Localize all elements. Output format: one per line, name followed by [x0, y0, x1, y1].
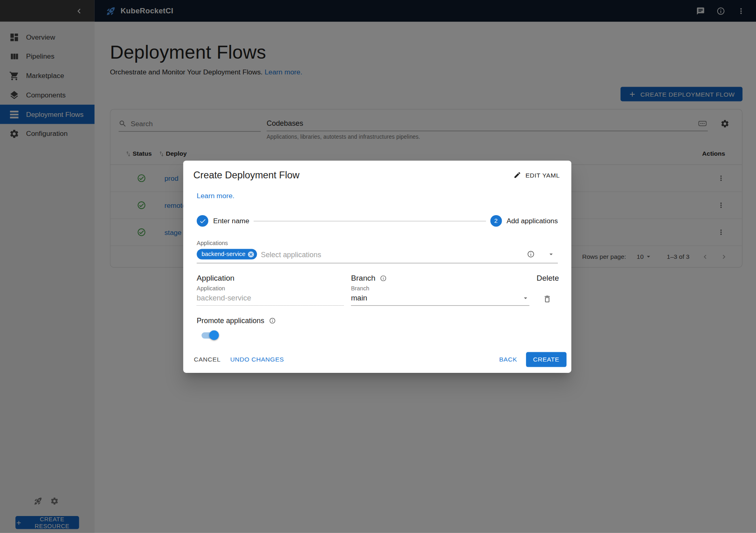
column-title-branch: Branch — [351, 274, 529, 282]
promote-applications-toggle[interactable] — [202, 332, 217, 339]
circle-close-icon — [247, 251, 255, 258]
application-row: Application backend-service Branch main — [197, 285, 558, 306]
delete-application-button[interactable] — [543, 295, 551, 303]
step-number-badge: 2 — [490, 215, 502, 227]
toggle-thumb — [209, 330, 219, 340]
info-icon[interactable] — [269, 317, 276, 324]
step-enter-name[interactable]: Enter name — [197, 215, 249, 227]
info-icon[interactable] — [380, 275, 386, 282]
dialog-actions: CANCEL UNDO CHANGES BACK CREATE — [183, 348, 571, 373]
stepper: Enter name 2 Add applications — [197, 215, 558, 227]
column-title-application: Application — [197, 274, 344, 282]
application-chip[interactable]: backend-service — [197, 249, 257, 259]
branch-select-cell: Branch main — [351, 285, 529, 306]
back-button[interactable]: BACK — [494, 353, 522, 367]
trash-icon — [543, 295, 551, 303]
app-root: KubeRocketCI — [0, 0, 756, 533]
pencil-icon — [513, 171, 521, 179]
branch-select[interactable]: main — [351, 292, 529, 306]
info-icon[interactable] — [527, 250, 535, 258]
dialog-title: Create Deployment Flow — [193, 169, 299, 180]
application-input-cell: Application backend-service — [197, 285, 344, 306]
create-button[interactable]: CREATE — [526, 352, 567, 367]
step-connector — [253, 221, 486, 221]
step-add-applications[interactable]: 2 Add applications — [490, 215, 557, 227]
column-title-delete: Delete — [536, 274, 559, 282]
applications-placeholder: Select applications — [261, 250, 527, 258]
step-complete-check-icon — [197, 215, 209, 227]
create-deployment-flow-dialog: Create Deployment Flow EDIT YAML Learn m… — [183, 161, 571, 373]
promote-applications-label: Promote applications — [197, 316, 558, 324]
cancel-button[interactable]: CANCEL — [189, 353, 225, 367]
applications-multiselect[interactable]: backend-service Select applications — [197, 246, 558, 263]
chevron-down-icon — [522, 294, 529, 302]
chip-remove-button[interactable] — [247, 251, 255, 258]
undo-changes-button[interactable]: UNDO CHANGES — [225, 353, 289, 367]
application-input[interactable]: backend-service — [197, 292, 344, 306]
applications-field-label: Applications — [197, 240, 558, 247]
chevron-down-icon[interactable] — [547, 250, 555, 258]
edit-yaml-button[interactable]: EDIT YAML — [509, 168, 565, 182]
dialog-learn-more-link[interactable]: Learn more. — [197, 192, 234, 200]
